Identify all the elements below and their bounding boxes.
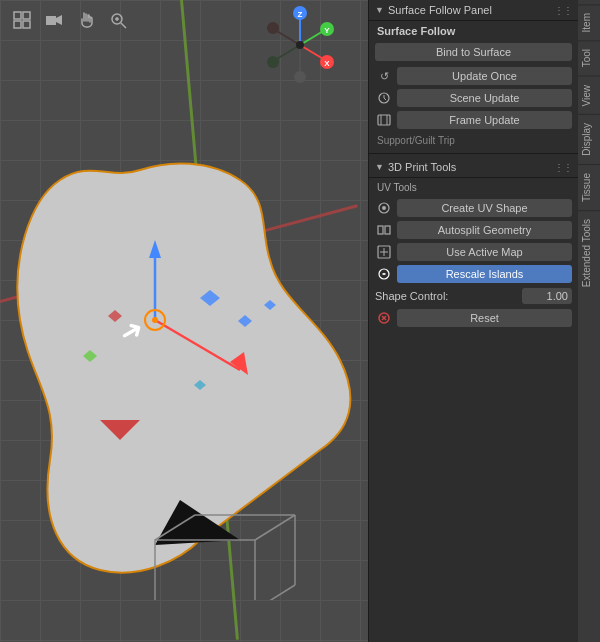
support-guilt-trip-link[interactable]: Support/Guilt Trip — [369, 131, 578, 150]
right-panel: ▼ Surface Follow Panel ⋮⋮ Surface Follow… — [368, 0, 578, 642]
create-uv-shape-button[interactable]: Create UV Shape — [397, 199, 572, 217]
frame-update-row: Frame Update — [369, 109, 578, 131]
svg-rect-45 — [378, 115, 390, 125]
hand-icon[interactable] — [74, 8, 98, 32]
uv-tools-label: UV Tools — [369, 178, 578, 197]
create-uv-shape-row: Create UV Shape — [369, 197, 578, 219]
camera-icon[interactable] — [42, 8, 66, 32]
print-tools-title: 3D Print Tools — [388, 161, 456, 173]
scene-update-button[interactable]: Scene Update — [397, 89, 572, 107]
bind-to-surface-button[interactable]: Bind to Surface — [375, 43, 572, 61]
use-active-map-button[interactable]: Use Active Map — [397, 243, 572, 261]
panel-content: ▼ Surface Follow Panel ⋮⋮ Surface Follow… — [369, 0, 578, 642]
svg-rect-51 — [385, 226, 390, 234]
autosplit-geometry-icon — [375, 221, 393, 239]
surface-follow-panel-header: ▼ Surface Follow Panel ⋮⋮ — [369, 0, 578, 21]
print-tools-drag-handle[interactable]: ⋮⋮ — [554, 162, 572, 173]
use-active-map-icon — [375, 243, 393, 261]
tab-display[interactable]: Display — [578, 114, 600, 164]
tab-tool[interactable]: Tool — [578, 40, 600, 75]
svg-point-49 — [382, 206, 386, 210]
svg-rect-3 — [23, 21, 30, 28]
print-tools-panel-header: ▼ 3D Print Tools ⋮⋮ — [369, 157, 578, 178]
frame-update-icon — [375, 111, 393, 129]
viewport-toolbar — [10, 8, 130, 32]
rescale-islands-row: Rescale Islands — [369, 263, 578, 285]
scene-update-icon — [375, 89, 393, 107]
reset-icon — [375, 309, 393, 327]
tab-view[interactable]: View — [578, 76, 600, 115]
rescale-islands-icon — [375, 265, 393, 283]
drag-handle-icon[interactable]: ⋮⋮ — [554, 5, 572, 16]
tab-tissue[interactable]: Tissue — [578, 164, 600, 210]
svg-line-5 — [121, 23, 126, 28]
section-divider — [369, 153, 578, 154]
svg-rect-2 — [14, 21, 21, 28]
panel-header-title: Surface Follow Panel — [388, 4, 492, 16]
tab-extended-tools[interactable]: Extended Tools — [578, 210, 600, 295]
autosplit-geometry-row: Autosplit Geometry — [369, 219, 578, 241]
zoom-icon[interactable] — [106, 8, 130, 32]
shape-control-input[interactable] — [522, 288, 572, 304]
shape-control-label: Shape Control: — [375, 290, 518, 302]
viewport: Z Y X — [0, 0, 368, 642]
frame-update-button[interactable]: Frame Update — [397, 111, 572, 129]
rescale-islands-button[interactable]: Rescale Islands — [397, 265, 572, 283]
autosplit-geometry-button[interactable]: Autosplit Geometry — [397, 221, 572, 239]
update-once-button[interactable]: Update Once — [397, 67, 572, 85]
shape-control-row: Shape Control: — [369, 285, 578, 307]
grid-icon[interactable] — [10, 8, 34, 32]
svg-rect-1 — [23, 12, 30, 19]
scene-update-row: Scene Update — [369, 87, 578, 109]
sidebar-tabs: Item Tool View Display Tissue Extended T… — [578, 0, 600, 642]
viewport-background — [0, 0, 368, 642]
use-active-map-row: Use Active Map — [369, 241, 578, 263]
reset-row: Reset — [369, 307, 578, 329]
bind-to-surface-row: Bind to Surface — [369, 41, 578, 65]
create-uv-shape-icon — [375, 199, 393, 217]
update-once-row: ↺ Update Once — [369, 65, 578, 87]
reset-button[interactable]: Reset — [397, 309, 572, 327]
collapse-triangle-icon[interactable]: ▼ — [375, 5, 384, 15]
surface-follow-title: Surface Follow — [369, 21, 578, 41]
print-tools-collapse-icon[interactable]: ▼ — [375, 162, 384, 172]
update-once-icon: ↺ — [375, 67, 393, 85]
tab-item[interactable]: Item — [578, 4, 600, 40]
svg-rect-0 — [14, 12, 21, 19]
svg-rect-50 — [378, 226, 383, 234]
